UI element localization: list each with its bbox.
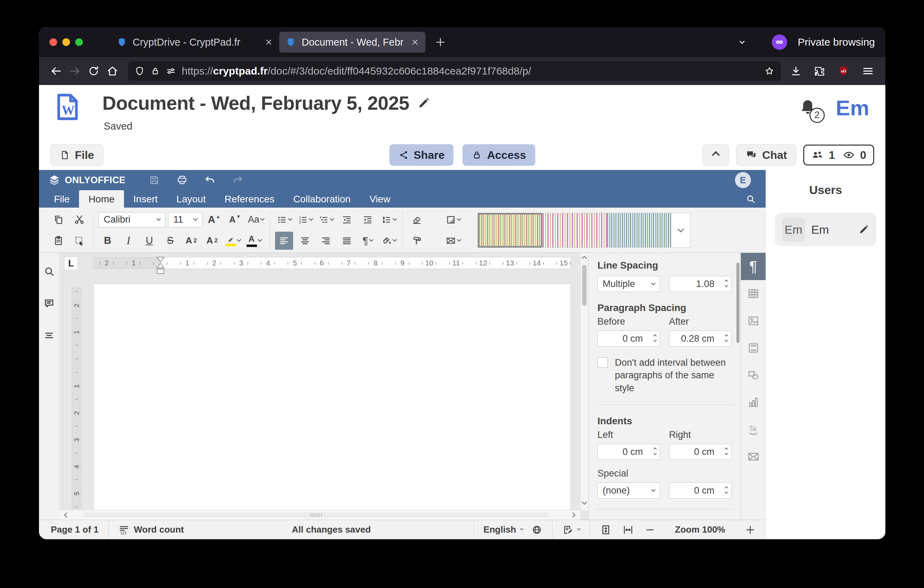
menu-tab-file[interactable]: File [45, 190, 79, 208]
chat-button[interactable]: Chat [736, 144, 796, 166]
presence-counter[interactable]: 1 0 [803, 145, 874, 165]
line-spacing-value-input[interactable]: 1.08 [669, 276, 732, 292]
underline-button[interactable]: U [140, 232, 158, 250]
word-count-button[interactable]: Word count [118, 524, 184, 535]
tab-list-chevron-icon[interactable] [739, 38, 745, 44]
decrease-indent-button[interactable] [338, 211, 356, 229]
paragraph-settings-tab[interactable]: ¶ [741, 253, 766, 280]
globe-icon[interactable] [531, 524, 543, 535]
bold-button[interactable]: B [99, 232, 117, 250]
indent-markers[interactable] [156, 256, 165, 275]
user-list-item[interactable]: Em Em [775, 213, 876, 246]
document-title[interactable]: Document - Wed, February 5, 2025 [102, 92, 409, 114]
redo-icon[interactable] [232, 175, 243, 186]
paragraph-shading-button[interactable] [380, 232, 398, 250]
edit-user-pencil-icon[interactable] [858, 224, 870, 235]
ublock-icon[interactable]: uO [837, 65, 850, 77]
menu-tab-collaboration[interactable]: Collaboration [284, 190, 360, 208]
fit-page-icon[interactable] [600, 524, 612, 536]
style-thumbnail-2[interactable] [542, 213, 607, 248]
styles-gallery-expand-button[interactable] [671, 213, 690, 248]
new-tab-button[interactable] [434, 36, 446, 48]
image-settings-tab[interactable] [741, 307, 766, 334]
editor-search-icon[interactable] [746, 194, 756, 204]
scroll-right-arrow[interactable] [570, 512, 576, 518]
align-justify-button[interactable] [338, 232, 356, 250]
document-page[interactable] [93, 284, 571, 520]
extensions-icon[interactable] [813, 65, 825, 77]
navigation-icon[interactable] [43, 330, 55, 341]
increase-indent-button[interactable] [359, 211, 377, 229]
tab-stop-selector[interactable]: L [64, 256, 78, 270]
decrease-font-button[interactable]: A▼ [226, 211, 244, 229]
horizontal-scroll-thumb[interactable] [84, 512, 549, 518]
select-all-button[interactable] [70, 232, 88, 250]
increase-font-button[interactable]: A▲ [205, 211, 223, 229]
window-maximize-button[interactable] [75, 38, 83, 46]
vertical-scroll-thumb[interactable] [582, 265, 587, 306]
style-thumbnail-3[interactable] [607, 213, 671, 248]
mail-merge-settings-tab[interactable] [741, 443, 766, 470]
app-menu-icon[interactable] [862, 65, 874, 77]
italic-button[interactable]: I [119, 232, 137, 250]
downloads-icon[interactable] [790, 65, 802, 77]
spacing-before-input[interactable]: 0 cm [597, 330, 660, 347]
print-icon[interactable] [177, 175, 188, 186]
vertical-ruler[interactable]: 21123456 [72, 288, 81, 509]
paste-button[interactable] [50, 232, 68, 250]
account-name[interactable]: Em [836, 96, 870, 120]
indent-left-input[interactable]: 0 cm [597, 444, 660, 460]
back-button[interactable] [47, 62, 66, 81]
spacing-after-input[interactable]: 0.28 cm [669, 330, 732, 347]
window-close-button[interactable] [50, 38, 57, 46]
horizontal-scrollbar[interactable] [59, 510, 580, 520]
zoom-level[interactable]: Zoom 100% [675, 524, 726, 535]
horizontal-ruler[interactable]: 21123456789101112131415 [93, 257, 571, 269]
tracking-shield-icon[interactable] [134, 66, 145, 76]
forward-button[interactable] [66, 62, 84, 81]
spin-up-icon[interactable] [725, 280, 728, 283]
cut-button[interactable] [70, 211, 88, 229]
multilevel-list-button[interactable] [317, 211, 335, 229]
tab-document[interactable]: Document - Wed, February 5, 20 [279, 32, 426, 53]
menu-tab-view[interactable]: View [360, 190, 400, 208]
special-indent-input[interactable]: 0 cm [669, 482, 732, 499]
superscript-button[interactable]: A2 [182, 232, 200, 250]
cell-shading-button[interactable] [444, 211, 462, 229]
find-icon[interactable] [43, 266, 55, 277]
menu-tab-references[interactable]: References [215, 190, 284, 208]
copy-button[interactable] [50, 211, 68, 229]
spellcheck-button[interactable] [562, 524, 580, 535]
share-button[interactable]: Share [389, 144, 454, 166]
header-footer-settings-tab[interactable] [741, 334, 766, 362]
style-thumbnail-normal[interactable] [478, 213, 543, 248]
panel-scroll-thumb[interactable] [736, 263, 739, 343]
change-case-button[interactable]: Aa [247, 211, 265, 229]
table-settings-tab[interactable] [741, 280, 766, 307]
permissions-icon[interactable] [166, 66, 176, 76]
tab-close-icon[interactable] [265, 38, 273, 46]
clear-style-button[interactable] [408, 211, 426, 229]
chart-settings-tab[interactable] [741, 389, 766, 416]
menu-tab-layout[interactable]: Layout [167, 190, 215, 208]
mail-merge-button[interactable] [444, 232, 462, 250]
zoom-in-icon[interactable] [745, 524, 756, 535]
align-center-button[interactable] [296, 232, 314, 250]
numbered-list-button[interactable] [296, 211, 314, 229]
bookmark-star-icon[interactable] [764, 66, 775, 76]
scroll-down-arrow[interactable] [582, 499, 587, 505]
align-right-button[interactable] [317, 232, 335, 250]
menu-tab-home[interactable]: Home [79, 190, 124, 208]
collapse-toolbar-button[interactable] [703, 144, 729, 166]
menu-tab-insert[interactable]: Insert [124, 190, 167, 208]
scroll-up-arrow[interactable] [582, 256, 587, 261]
undo-icon[interactable] [205, 175, 216, 186]
tab-cryptdrive[interactable]: CryptDrive - CryptPad.fr [111, 32, 279, 53]
save-icon[interactable] [148, 175, 160, 186]
notifications-button[interactable]: 2 [798, 98, 818, 118]
zoom-out-icon[interactable] [644, 524, 655, 535]
line-spacing-button[interactable] [380, 211, 398, 229]
subscript-button[interactable]: A2 [203, 232, 221, 250]
reload-button[interactable] [84, 62, 103, 81]
scroll-left-arrow[interactable] [64, 512, 69, 518]
